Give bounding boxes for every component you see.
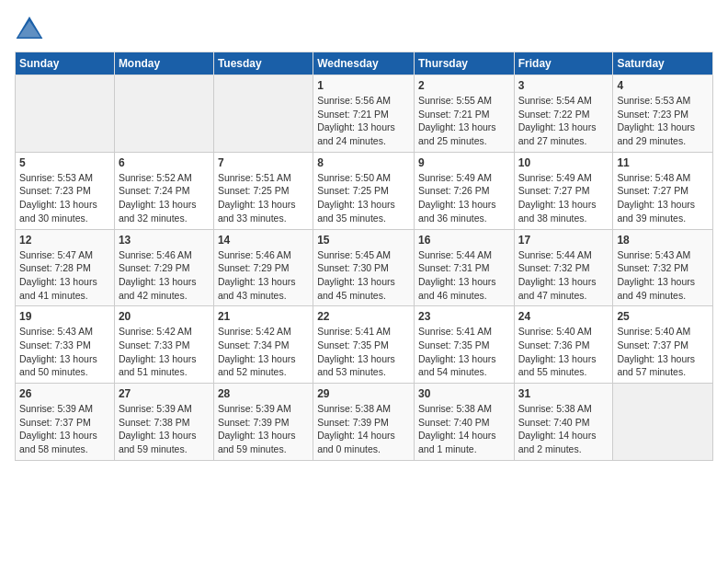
day-number: 15 (317, 234, 410, 247)
day-info: Sunrise: 5:49 AM Sunset: 7:26 PM Dayligh… (418, 171, 510, 225)
calendar-cell: 11Sunrise: 5:48 AM Sunset: 7:27 PM Dayli… (613, 152, 713, 229)
calendar-cell: 29Sunrise: 5:38 AM Sunset: 7:39 PM Dayli… (313, 384, 415, 461)
day-number: 28 (218, 387, 309, 400)
calendar-cell: 24Sunrise: 5:40 AM Sunset: 7:36 PM Dayli… (514, 306, 613, 384)
day-info: Sunrise: 5:41 AM Sunset: 7:35 PM Dayligh… (418, 325, 510, 379)
calendar-cell (213, 75, 313, 153)
calendar-table: SundayMondayTuesdayWednesdayThursdayFrid… (15, 52, 713, 461)
calendar-cell: 7Sunrise: 5:51 AM Sunset: 7:25 PM Daylig… (213, 152, 313, 229)
day-info: Sunrise: 5:38 AM Sunset: 7:39 PM Dayligh… (317, 402, 410, 456)
calendar-week-4: 19Sunrise: 5:43 AM Sunset: 7:33 PM Dayli… (16, 306, 713, 384)
day-info: Sunrise: 5:46 AM Sunset: 7:29 PM Dayligh… (218, 248, 309, 303)
day-info: Sunrise: 5:47 AM Sunset: 7:28 PM Dayligh… (19, 248, 110, 303)
day-number: 13 (119, 234, 210, 247)
calendar-cell: 1Sunrise: 5:56 AM Sunset: 7:21 PM Daylig… (313, 75, 415, 153)
weekday-header-sunday: Sunday (16, 52, 115, 75)
day-info: Sunrise: 5:52 AM Sunset: 7:24 PM Dayligh… (119, 171, 210, 225)
day-info: Sunrise: 5:40 AM Sunset: 7:37 PM Dayligh… (617, 325, 709, 379)
calendar-cell: 27Sunrise: 5:39 AM Sunset: 7:38 PM Dayli… (114, 384, 213, 461)
day-info: Sunrise: 5:53 AM Sunset: 7:23 PM Dayligh… (617, 94, 709, 148)
day-number: 26 (19, 387, 110, 400)
day-info: Sunrise: 5:43 AM Sunset: 7:33 PM Dayligh… (19, 325, 110, 379)
day-number: 20 (119, 310, 210, 323)
day-info: Sunrise: 5:44 AM Sunset: 7:31 PM Dayligh… (418, 248, 510, 303)
day-info: Sunrise: 5:53 AM Sunset: 7:23 PM Dayligh… (19, 171, 110, 225)
day-number: 17 (518, 234, 609, 247)
day-number: 12 (19, 234, 110, 247)
day-info: Sunrise: 5:42 AM Sunset: 7:34 PM Dayligh… (218, 325, 309, 379)
calendar-cell (16, 75, 115, 153)
calendar-cell (613, 384, 713, 461)
calendar-cell: 22Sunrise: 5:41 AM Sunset: 7:35 PM Dayli… (313, 306, 415, 384)
day-info: Sunrise: 5:51 AM Sunset: 7:25 PM Dayligh… (218, 171, 309, 225)
calendar-cell: 17Sunrise: 5:44 AM Sunset: 7:32 PM Dayli… (514, 229, 613, 306)
calendar-cell: 21Sunrise: 5:42 AM Sunset: 7:34 PM Dayli… (213, 306, 313, 384)
day-info: Sunrise: 5:56 AM Sunset: 7:21 PM Dayligh… (317, 94, 410, 148)
day-number: 6 (119, 156, 210, 169)
calendar-cell: 5Sunrise: 5:53 AM Sunset: 7:23 PM Daylig… (16, 152, 115, 229)
day-info: Sunrise: 5:55 AM Sunset: 7:21 PM Dayligh… (418, 94, 510, 148)
day-number: 5 (19, 156, 110, 169)
calendar-cell: 4Sunrise: 5:53 AM Sunset: 7:23 PM Daylig… (613, 75, 713, 153)
calendar-cell: 3Sunrise: 5:54 AM Sunset: 7:22 PM Daylig… (514, 75, 613, 153)
day-info: Sunrise: 5:50 AM Sunset: 7:25 PM Dayligh… (317, 171, 410, 225)
weekday-header-wednesday: Wednesday (313, 52, 415, 75)
day-info: Sunrise: 5:43 AM Sunset: 7:32 PM Dayligh… (617, 248, 709, 303)
day-number: 11 (617, 156, 709, 169)
day-number: 8 (317, 156, 410, 169)
calendar-cell: 19Sunrise: 5:43 AM Sunset: 7:33 PM Dayli… (16, 306, 115, 384)
calendar-cell: 20Sunrise: 5:42 AM Sunset: 7:33 PM Dayli… (114, 306, 213, 384)
day-info: Sunrise: 5:38 AM Sunset: 7:40 PM Dayligh… (518, 402, 609, 456)
day-number: 3 (518, 79, 609, 92)
day-number: 31 (518, 387, 609, 400)
day-info: Sunrise: 5:39 AM Sunset: 7:39 PM Dayligh… (218, 402, 309, 456)
calendar-cell: 13Sunrise: 5:46 AM Sunset: 7:29 PM Dayli… (114, 229, 213, 306)
day-number: 1 (317, 79, 410, 92)
calendar-cell: 28Sunrise: 5:39 AM Sunset: 7:39 PM Dayli… (213, 384, 313, 461)
day-number: 18 (617, 234, 709, 247)
day-info: Sunrise: 5:41 AM Sunset: 7:35 PM Dayligh… (317, 325, 410, 379)
calendar-cell (114, 75, 213, 153)
calendar-cell: 14Sunrise: 5:46 AM Sunset: 7:29 PM Dayli… (213, 229, 313, 306)
day-info: Sunrise: 5:49 AM Sunset: 7:27 PM Dayligh… (518, 171, 609, 225)
day-info: Sunrise: 5:46 AM Sunset: 7:29 PM Dayligh… (119, 248, 210, 303)
weekday-header-saturday: Saturday (613, 52, 713, 75)
calendar-cell: 6Sunrise: 5:52 AM Sunset: 7:24 PM Daylig… (114, 152, 213, 229)
calendar-header: SundayMondayTuesdayWednesdayThursdayFrid… (16, 52, 713, 75)
day-number: 16 (418, 234, 510, 247)
day-info: Sunrise: 5:40 AM Sunset: 7:36 PM Dayligh… (518, 325, 609, 379)
day-info: Sunrise: 5:39 AM Sunset: 7:37 PM Dayligh… (19, 402, 110, 456)
day-number: 30 (418, 387, 510, 400)
day-number: 9 (418, 156, 510, 169)
day-number: 22 (317, 310, 410, 323)
day-info: Sunrise: 5:48 AM Sunset: 7:27 PM Dayligh… (617, 171, 709, 225)
day-info: Sunrise: 5:42 AM Sunset: 7:33 PM Dayligh… (119, 325, 210, 379)
day-info: Sunrise: 5:54 AM Sunset: 7:22 PM Dayligh… (518, 94, 609, 148)
day-number: 25 (617, 310, 709, 323)
day-number: 14 (218, 234, 309, 247)
svg-marker-1 (18, 21, 40, 38)
calendar-cell: 31Sunrise: 5:38 AM Sunset: 7:40 PM Dayli… (514, 384, 613, 461)
calendar-week-5: 26Sunrise: 5:39 AM Sunset: 7:37 PM Dayli… (16, 384, 713, 461)
calendar-week-3: 12Sunrise: 5:47 AM Sunset: 7:28 PM Dayli… (16, 229, 713, 306)
calendar-cell: 18Sunrise: 5:43 AM Sunset: 7:32 PM Dayli… (613, 229, 713, 306)
day-number: 4 (617, 79, 709, 92)
calendar-cell: 8Sunrise: 5:50 AM Sunset: 7:25 PM Daylig… (313, 152, 415, 229)
weekday-header-monday: Monday (114, 52, 213, 75)
day-number: 27 (119, 387, 210, 400)
weekday-header-thursday: Thursday (414, 52, 514, 75)
day-number: 2 (418, 79, 510, 92)
calendar-body: 1Sunrise: 5:56 AM Sunset: 7:21 PM Daylig… (16, 75, 713, 461)
calendar-cell: 23Sunrise: 5:41 AM Sunset: 7:35 PM Dayli… (414, 306, 514, 384)
logo (15, 15, 50, 40)
day-number: 23 (418, 310, 510, 323)
day-info: Sunrise: 5:39 AM Sunset: 7:38 PM Dayligh… (119, 402, 210, 456)
weekday-header-tuesday: Tuesday (213, 52, 313, 75)
calendar-cell: 26Sunrise: 5:39 AM Sunset: 7:37 PM Dayli… (16, 384, 115, 461)
calendar-week-1: 1Sunrise: 5:56 AM Sunset: 7:21 PM Daylig… (16, 75, 713, 153)
page-header (15, 15, 713, 40)
day-info: Sunrise: 5:45 AM Sunset: 7:30 PM Dayligh… (317, 248, 410, 303)
day-number: 29 (317, 387, 410, 400)
calendar-week-2: 5Sunrise: 5:53 AM Sunset: 7:23 PM Daylig… (16, 152, 713, 229)
calendar-cell: 16Sunrise: 5:44 AM Sunset: 7:31 PM Dayli… (414, 229, 514, 306)
